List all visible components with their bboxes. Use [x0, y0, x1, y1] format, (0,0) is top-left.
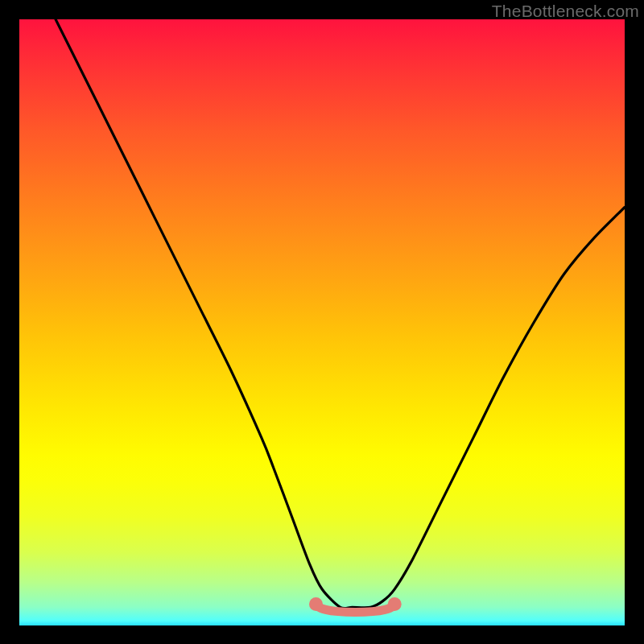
plot-area: [19, 19, 625, 625]
trough-highlight: [309, 597, 402, 613]
trough-dot-right: [388, 597, 402, 611]
watermark-text: TheBottleneck.com: [492, 2, 639, 21]
chart-frame: TheBottleneck.com: [0, 0, 644, 644]
trough-dot-left: [309, 597, 323, 611]
curve-overlay: [19, 19, 625, 625]
bottleneck-curve-path: [56, 19, 625, 609]
